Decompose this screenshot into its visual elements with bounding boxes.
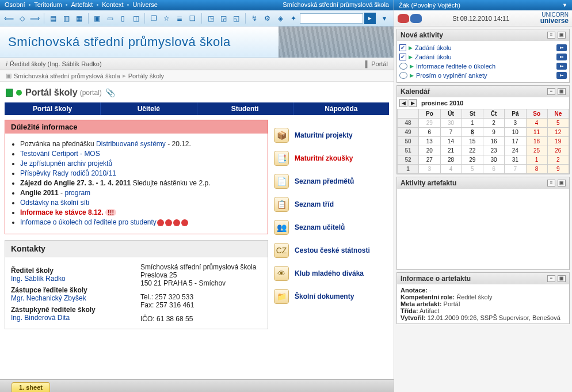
cal-day[interactable]: 14 [440, 137, 462, 146]
rnav-item[interactable]: 📄 Seznam předmětů [274, 174, 389, 189]
important-link[interactable]: Testování Certiport - MOS [20, 150, 100, 158]
cal-day[interactable]: 21 [440, 146, 462, 155]
contact-link[interactable]: Mgr. Nechanický Zbyšek [11, 294, 86, 302]
panel-menu-icon[interactable]: ≡ [547, 32, 555, 39]
cal-day[interactable]: 11 [526, 128, 547, 137]
cal-day[interactable]: 13 [419, 137, 440, 146]
cal-day[interactable]: 6 [483, 165, 505, 174]
cal-day[interactable]: 20 [419, 146, 440, 155]
checkbox[interactable]: ✔ [399, 44, 406, 51]
cal-day[interactable]: 30 [440, 119, 462, 128]
cal-day[interactable]: 7 [440, 128, 462, 137]
activity-link[interactable]: Zadání úkolu [415, 44, 554, 51]
important-link[interactable]: Informace o úkolech od ředitele pro stud… [20, 218, 157, 226]
search-input[interactable] [300, 13, 363, 24]
tab[interactable]: Portál školy [5, 102, 101, 115]
cal-day[interactable]: 24 [505, 146, 526, 155]
topnav-item[interactable]: Kontext [102, 1, 123, 8]
cal-day[interactable]: 26 [547, 146, 569, 155]
cal-day[interactable]: 9 [547, 165, 569, 174]
new-icon[interactable]: ❐ [149, 13, 158, 24]
cal-day[interactable]: 30 [483, 155, 505, 165]
rnav-item[interactable]: 📦 Maturitní projekty [274, 128, 389, 143]
topnav-item[interactable]: Osobní [5, 1, 25, 8]
edit3-icon[interactable]: ▯ [118, 13, 127, 24]
cal-day[interactable]: 29 [462, 155, 483, 165]
important-link[interactable]: Odstávky na školní síti [20, 199, 89, 207]
important-link[interactable]: program [64, 189, 90, 197]
panel-menu-icon[interactable]: ≡ [547, 180, 555, 187]
cal-day[interactable]: 25 [526, 146, 547, 155]
important-link[interactable]: Distribuované systémy [96, 140, 166, 148]
cal-day[interactable]: 27 [419, 155, 440, 165]
topnav-item[interactable]: Teritorium [34, 1, 62, 8]
contact-link[interactable]: Ing. Binderová Dita [11, 314, 70, 322]
cal-day[interactable]: 16 [483, 137, 505, 146]
search-button[interactable]: ▸ [364, 13, 376, 24]
action4-icon[interactable]: ✦ [288, 13, 298, 24]
cal-day[interactable]: 7 [505, 165, 526, 174]
activity-action[interactable]: ▸• [556, 72, 567, 79]
topnav-item[interactable]: Artefakt [71, 1, 93, 8]
cal-day[interactable]: 9 [483, 128, 505, 137]
elephant-blue-icon[interactable] [410, 14, 422, 23]
cal-day[interactable]: 10 [505, 128, 526, 137]
cal-day[interactable]: 4 [526, 119, 547, 128]
doc2-icon[interactable]: ▥ [62, 13, 71, 24]
cal-day[interactable]: 19 [547, 137, 569, 146]
edit1-icon[interactable]: ▣ [93, 13, 102, 24]
panel-menu-icon[interactable]: ≡ [547, 88, 555, 95]
cal-day[interactable]: 2 [547, 155, 569, 165]
topnav-item[interactable]: Universe [132, 1, 157, 8]
rnav-item[interactable]: 📁 Školní dokumenty [274, 289, 389, 304]
action1-icon[interactable]: ↯ [250, 13, 259, 24]
list-icon[interactable]: ≣ [175, 13, 184, 24]
cal-day[interactable]: 22 [462, 146, 483, 155]
sheet-tab[interactable]: 1. sheet [12, 382, 50, 392]
cal-day[interactable]: 23 [483, 146, 505, 155]
cal-day[interactable]: 3 [505, 119, 526, 128]
doc1-icon[interactable]: ▤ [48, 13, 58, 24]
cal-day[interactable]: 29 [419, 119, 440, 128]
cal-day[interactable]: 6 [419, 128, 440, 137]
cal-day[interactable]: 1 [462, 119, 483, 128]
panel-collapse-icon[interactable]: ▣ [558, 180, 566, 187]
cal-day[interactable]: 17 [505, 137, 526, 146]
important-link[interactable]: Je zpřístupněn archiv projektů [20, 159, 112, 168]
portal-label[interactable]: Portál [371, 60, 388, 67]
rnav-item[interactable]: 📋 Seznam tříd [274, 197, 389, 212]
panel-collapse-icon[interactable]: ▣ [558, 88, 566, 95]
edit4-icon[interactable]: ◫ [131, 13, 140, 24]
action2-icon[interactable]: ⚙ [263, 13, 272, 24]
tool3-icon[interactable]: ◱ [232, 13, 241, 24]
cal-prev-icon[interactable]: ◀ [399, 99, 407, 107]
activity-link[interactable]: Zadání úkolu [415, 54, 554, 60]
nav-back-icon[interactable]: ⟸ [4, 13, 14, 24]
panel-collapse-icon[interactable]: ▣ [558, 275, 566, 282]
cal-day[interactable]: 3 [419, 165, 440, 174]
activity-action[interactable]: ▸• [556, 63, 567, 70]
activity-action[interactable]: ▸• [556, 54, 567, 60]
tool2-icon[interactable]: ◲ [219, 13, 228, 24]
rnav-item[interactable]: CZ Cestou české státnosti [274, 243, 389, 258]
dropdown-icon[interactable]: ▾ [379, 13, 390, 24]
cal-day[interactable]: 5 [547, 119, 569, 128]
star-icon[interactable]: ☆ [162, 13, 171, 24]
dropdown-icon[interactable]: ▼ [562, 2, 567, 8]
doc3-icon[interactable]: ▦ [74, 13, 83, 24]
cal-day[interactable]: 12 [547, 128, 569, 137]
activity-link[interactable]: Informace ředitele o úkolech [416, 63, 554, 70]
attachment-icon[interactable]: 📎 [105, 88, 115, 97]
cal-day[interactable]: 31 [505, 155, 526, 165]
cal-day[interactable]: 1 [526, 155, 547, 165]
rnav-item[interactable]: 👥 Seznam učitelů [274, 220, 389, 235]
cal-day[interactable]: 5 [462, 165, 483, 174]
rnav-item[interactable]: 👁 Klub mladého diváka [274, 266, 389, 281]
cal-day[interactable]: 15 [462, 137, 483, 146]
activity-action[interactable]: ▸• [556, 44, 567, 51]
cal-day[interactable]: 28 [440, 155, 462, 165]
nav-fwd-icon[interactable]: ⟹ [30, 13, 40, 24]
crumb-leaf[interactable]: Portály školy [128, 73, 164, 79]
panel-collapse-icon[interactable]: ▣ [558, 32, 566, 39]
cal-next-icon[interactable]: ▶ [409, 99, 417, 107]
